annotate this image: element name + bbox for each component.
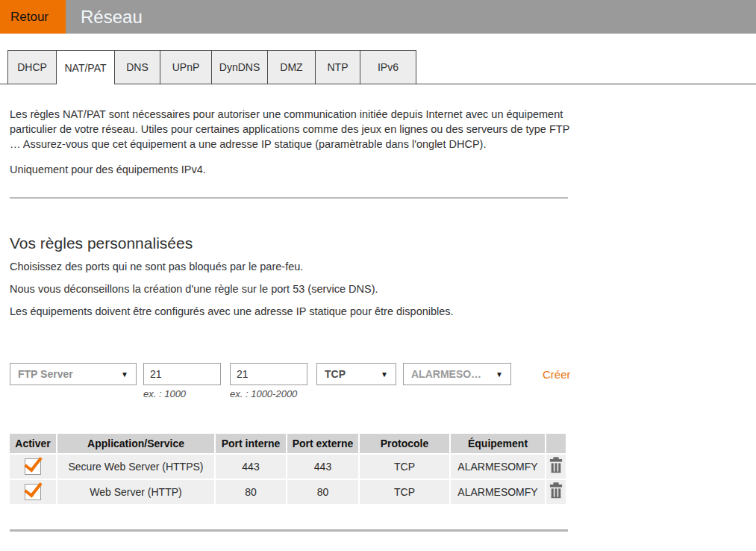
tab-bar: DHCP NAT/PAT DNS UPnP DynDNS DMZ NTP IPv… (0, 50, 756, 84)
tab-dns[interactable]: DNS (114, 50, 160, 84)
service-select-value: FTP Server (18, 368, 73, 380)
device-select[interactable]: ALARMESO… ▼ (403, 363, 511, 385)
col-protocole: Protocole (360, 434, 449, 453)
top-bar: Retour Réseau (0, 0, 756, 34)
external-port-hint: ex. : 1000-2000 (230, 388, 307, 399)
trash-icon (549, 482, 563, 499)
protocol-select-value: TCP (325, 368, 346, 380)
delete-rule-button[interactable] (549, 457, 563, 474)
tab-nat-pat[interactable]: NAT/PAT (56, 50, 115, 84)
back-button[interactable]: Retour (0, 0, 66, 34)
external-port-cell: 80 (287, 480, 358, 504)
col-port-interne: Port interne (216, 434, 286, 453)
device-cell: ALARMESOMFY (451, 455, 545, 479)
service-cell: Secure Web Server (HTTPS) (57, 455, 214, 479)
enable-cell (10, 480, 56, 504)
check-icon (24, 452, 42, 472)
internal-port-cell: 443 (216, 455, 286, 479)
enable-checkbox-checked[interactable] (25, 458, 41, 475)
page-title: Réseau (81, 7, 143, 28)
create-rule-link[interactable]: Créer (543, 368, 571, 381)
internal-port-cell: 80 (216, 480, 286, 504)
intro-paragraph: Les règles NAT/PAT sont nécessaires pour… (10, 107, 571, 152)
service-select[interactable]: FTP Server ▼ (10, 363, 137, 385)
tab-dyndns[interactable]: DynDNS (211, 50, 268, 84)
tab-label: NTP (328, 61, 349, 73)
tab-label: NAT/PAT (65, 62, 107, 74)
tab-dhcp[interactable]: DHCP (7, 50, 57, 84)
check-icon (24, 478, 42, 497)
internal-port-input[interactable] (143, 363, 221, 385)
rules-note-firewall: Choisissez des ports qui ne sont pas blo… (10, 259, 756, 275)
actions-cell (546, 455, 566, 479)
tab-label: DMZ (280, 61, 302, 73)
rules-table: Activer Application/Service Port interne… (8, 432, 567, 505)
table-header-row: Activer Application/Service Port interne… (10, 434, 566, 453)
chevron-down-icon: ▼ (381, 370, 388, 379)
rules-note-port53: Nous vous déconseillons la création d'un… (10, 281, 756, 297)
table-row: Secure Web Server (HTTPS) 443 443 TCP AL… (10, 455, 566, 479)
section-divider-bottom (10, 529, 568, 532)
protocol-select[interactable]: TCP ▼ (316, 363, 396, 385)
tab-label: IPv6 (378, 61, 399, 73)
back-button-label: Retour (10, 10, 49, 25)
create-rule-form: FTP Server ▼ ex. : 1000 ex. : 1000-2000 … (10, 363, 756, 399)
device-cell: ALARMESOMFY (451, 480, 545, 504)
ipv4-note: Uniquement pour des équipements IPv4. (10, 162, 756, 178)
protocol-cell: TCP (360, 480, 449, 504)
col-activer: Activer (10, 434, 56, 453)
external-port-cell: 443 (287, 455, 358, 479)
service-cell: Web Server (HTTP) (57, 480, 214, 504)
internal-port-hint: ex. : 1000 (143, 388, 221, 399)
chevron-down-icon: ▼ (496, 370, 503, 379)
trash-icon (549, 457, 563, 474)
tab-label: UPnP (172, 61, 200, 73)
nat-pat-panel: Les règles NAT/PAT sont nécessaires pour… (0, 107, 756, 532)
internal-port-field-group: ex. : 1000 (143, 363, 221, 399)
device-select-value: ALARMESO… (411, 368, 481, 380)
col-application-service: Application/Service (57, 434, 214, 453)
col-equipement: Équipement (451, 434, 545, 453)
tab-dmz[interactable]: DMZ (267, 50, 316, 84)
rules-section-title: Vos règles personnalisées (10, 234, 756, 252)
tab-label: DynDNS (219, 61, 260, 73)
external-port-field-group: ex. : 1000-2000 (230, 363, 307, 399)
delete-rule-button[interactable] (549, 482, 563, 499)
tab-upnp[interactable]: UPnP (160, 50, 212, 84)
title-bar: Réseau (66, 0, 756, 34)
tab-label: DNS (126, 61, 149, 73)
enable-cell (10, 455, 56, 479)
protocol-cell: TCP (360, 455, 449, 479)
tab-ntp[interactable]: NTP (315, 50, 360, 84)
rules-note-static-ip: Les équipements doivent être configurés … (10, 304, 756, 320)
section-divider-top (10, 197, 568, 199)
tab-ipv6[interactable]: IPv6 (360, 50, 416, 84)
actions-cell (546, 480, 566, 504)
col-port-externe: Port externe (287, 434, 358, 453)
table-row: Web Server (HTTP) 80 80 TCP ALARMESOMFY (10, 480, 566, 504)
col-actions (546, 434, 566, 453)
enable-checkbox-checked[interactable] (25, 484, 41, 500)
external-port-input[interactable] (230, 363, 307, 385)
tab-label: DHCP (17, 61, 47, 73)
chevron-down-icon: ▼ (121, 370, 128, 379)
